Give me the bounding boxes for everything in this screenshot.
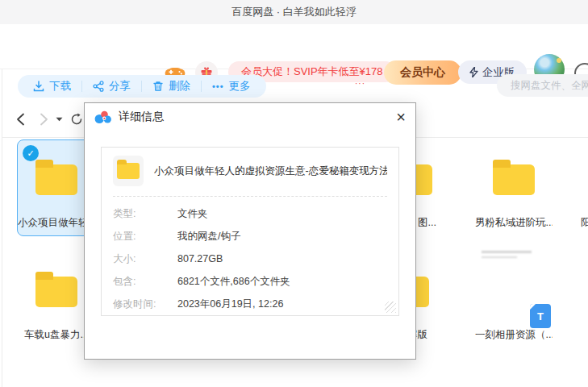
detail-label: 大小: bbox=[113, 248, 177, 270]
detail-value: 6821个文件,686个文件夹 bbox=[177, 270, 290, 293]
enterprise-bolt-icon bbox=[469, 67, 478, 77]
folder-icon bbox=[35, 277, 77, 307]
promo-dots: ··· bbox=[355, 79, 365, 88]
detail-row-size: 大小: 807.27GB bbox=[113, 248, 387, 270]
dialog-title: 详细信息 bbox=[119, 110, 164, 124]
file-name: 一刻相册资源（... bbox=[475, 328, 553, 342]
detail-row-type: 类型: 文件夹 bbox=[113, 202, 387, 225]
file-name: 阳... bbox=[571, 216, 588, 230]
more-label: 更多 bbox=[229, 79, 251, 94]
detail-label: 修改时间: bbox=[113, 293, 177, 315]
download-label: 下载 bbox=[49, 79, 71, 94]
detail-label: 位置: bbox=[113, 225, 177, 248]
trash-icon bbox=[152, 81, 164, 92]
refresh-button[interactable] bbox=[68, 110, 85, 129]
file-tile[interactable]: T 一刻相册资源（... bbox=[475, 252, 553, 347]
detail-value: 文件夹 bbox=[177, 202, 208, 225]
search-input[interactable] bbox=[497, 74, 588, 97]
member-center-label: 会员中心 bbox=[400, 65, 445, 80]
more-dots-icon: ••• bbox=[212, 81, 224, 91]
window-titlebar: 百度网盘 · 白羊我如此轻浮 bbox=[0, 0, 588, 24]
share-label: 分享 bbox=[109, 79, 131, 94]
detail-value: 我的网盘/钩子 bbox=[177, 225, 240, 248]
window-title: 百度网盘 · 白羊我如此轻浮 bbox=[231, 5, 357, 19]
share-button[interactable]: 分享 bbox=[82, 79, 141, 94]
detail-rows: 类型: 文件夹 位置: 我的网盘/钩子 大小: 807.27GB 包含: 682… bbox=[102, 197, 398, 315]
share-icon bbox=[93, 81, 104, 92]
delete-label: 删除 bbox=[169, 79, 190, 94]
file-tile[interactable]: 阳... bbox=[571, 140, 588, 235]
detail-row-location: 位置: 我的网盘/钩子 bbox=[113, 225, 387, 248]
promo-text: 会员大促！SVIP年卡低至¥178 bbox=[241, 64, 383, 79]
detail-value: 2023年06月19日, 12:26 bbox=[177, 293, 283, 315]
close-icon[interactable]: × bbox=[396, 106, 406, 128]
txt-file-icon: T bbox=[530, 304, 551, 328]
folder-icon bbox=[35, 164, 77, 195]
folder-icon bbox=[493, 164, 535, 195]
resize-grip-icon[interactable] bbox=[385, 302, 396, 313]
file-tile[interactable]: 男粉私域进阶玩... bbox=[475, 140, 553, 235]
delete-button[interactable]: 删除 bbox=[142, 79, 201, 94]
detail-row-contains: 包含: 6821个文件,686个文件夹 bbox=[113, 270, 387, 293]
detail-label: 包含: bbox=[113, 270, 177, 293]
detail-value: 807.27GB bbox=[177, 248, 223, 270]
detail-row-modified: 修改时间: 2023年06月19日, 12:26 bbox=[113, 293, 387, 315]
detail-label: 类型: bbox=[113, 202, 177, 225]
back-button[interactable] bbox=[11, 110, 29, 129]
details-box: 小众项目做年轻人的虚拟资源生意-恋爱秘籍变现方法 类型: 文件夹 位置: 我的网… bbox=[101, 147, 399, 316]
netdisk-logo-icon bbox=[94, 110, 112, 124]
history-dropdown[interactable] bbox=[53, 110, 65, 129]
forward-button[interactable] bbox=[35, 110, 52, 129]
check-icon[interactable]: ✓ bbox=[23, 145, 39, 161]
more-button[interactable]: ••• 更多 bbox=[202, 79, 261, 94]
app-header: 会员大促！SVIP年卡低至¥178 ··· 会员中心 企业版 SVIP1 bbox=[0, 24, 588, 69]
redacted-text bbox=[482, 251, 532, 258]
member-center-button[interactable]: 会员中心 bbox=[384, 60, 461, 85]
dialog-header[interactable]: 详细信息 × bbox=[85, 103, 415, 131]
dialog-file-name: 小众项目做年轻人的虚拟资源生意-恋爱秘籍变现方法 bbox=[154, 164, 387, 178]
file-toolbar: 下载 分享 删除 ••• 更多 bbox=[18, 75, 266, 98]
file-name: 男粉私域进阶玩... bbox=[475, 216, 553, 230]
file-thumb bbox=[113, 156, 144, 186]
details-dialog: 详细信息 × 小众项目做年轻人的虚拟资源生意-恋爱秘籍变现方法 类型: 文件夹 … bbox=[84, 102, 416, 360]
baidu-netdisk-window: 百度网盘 · 白羊我如此轻浮 会员大促！SVIP年卡低至¥178 ··· 会员中 bbox=[0, 0, 588, 387]
folder-icon bbox=[117, 163, 140, 179]
file-summary-row: 小众项目做年轻人的虚拟资源生意-恋爱秘籍变现方法 bbox=[102, 148, 398, 194]
download-button[interactable]: 下载 bbox=[23, 79, 81, 94]
download-icon bbox=[33, 81, 44, 92]
